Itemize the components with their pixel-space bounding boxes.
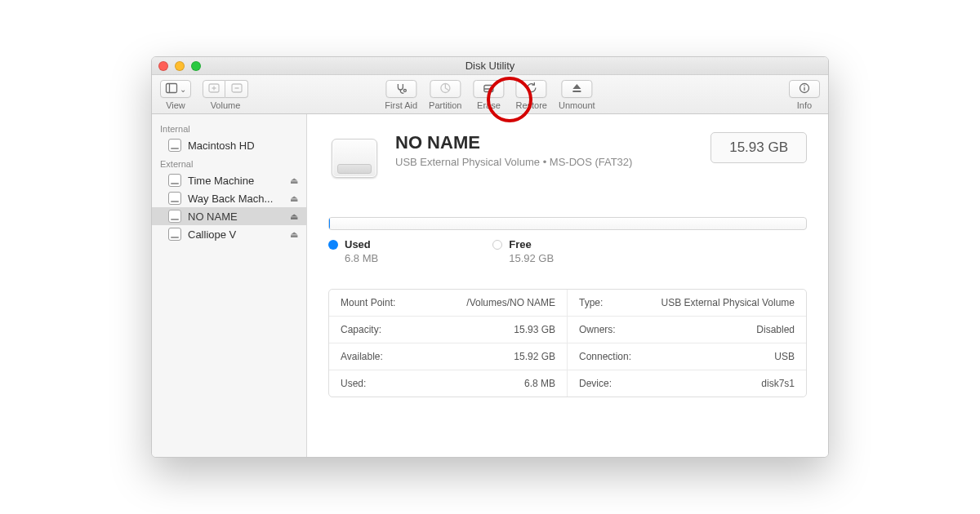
used-label: Used <box>345 238 371 250</box>
volume-label: Volume <box>211 100 241 110</box>
erase-button[interactable] <box>473 80 504 98</box>
restore-button[interactable] <box>516 80 547 98</box>
restore-label: Restore <box>515 100 547 110</box>
info-label: Info <box>797 100 812 110</box>
info-button[interactable] <box>789 80 820 98</box>
close-button[interactable] <box>158 61 168 71</box>
svg-point-7 <box>403 89 406 91</box>
sidebar-item-label: Macintosh HD <box>188 140 255 152</box>
svg-point-11 <box>491 90 492 91</box>
minimize-button[interactable] <box>175 61 185 71</box>
eject-icon[interactable]: ⏏ <box>290 193 298 204</box>
eject-icon[interactable]: ⏏ <box>290 211 298 222</box>
window-body: Internal Macintosh HD External Time Mach… <box>152 114 828 457</box>
svg-point-15 <box>804 85 805 86</box>
free-swatch <box>492 240 502 250</box>
remove-volume-button[interactable] <box>225 80 248 98</box>
prop-connection: Connection:USB <box>568 343 806 370</box>
toolbar: ⌄ View Volume <box>152 75 828 114</box>
usage-legend: Used 6.8 MB Free 15.92 GB <box>328 238 807 264</box>
info-icon <box>798 82 811 97</box>
sidebar-item-way-back[interactable]: Way Back Mach... ⏏ <box>152 189 306 207</box>
traffic-lights <box>158 61 201 71</box>
properties-table: Mount Point:/Volumes/NO NAME Type:USB Ex… <box>328 289 807 397</box>
volume-size-badge: 15.93 GB <box>710 132 807 163</box>
titlebar: Disk Utility <box>152 57 828 75</box>
disk-icon <box>168 139 181 152</box>
eject-icon[interactable]: ⏏ <box>290 229 298 240</box>
stethoscope-icon <box>394 82 408 97</box>
usage-used-fill <box>329 218 330 229</box>
first-aid-button[interactable] <box>385 80 416 98</box>
prop-device: Device:disk7s1 <box>568 370 806 397</box>
eject-icon <box>570 82 583 97</box>
sidebar-item-label: Way Back Mach... <box>188 193 273 205</box>
volume-header: NO NAME USB External Physical Volume • M… <box>328 132 807 184</box>
usage-bar <box>328 217 807 230</box>
volume-icon <box>328 132 381 184</box>
window-title: Disk Utility <box>152 60 828 72</box>
sidebar-heading-external: External <box>152 154 306 171</box>
eject-icon[interactable]: ⏏ <box>290 175 298 186</box>
erase-label: Erase <box>477 100 501 110</box>
partition-label: Partition <box>429 100 461 110</box>
disk-icon <box>168 174 181 187</box>
first-aid-label: First Aid <box>385 100 417 110</box>
sidebar-item-label: NO NAME <box>188 210 238 223</box>
sidebar-item-label: Time Machine <box>188 175 254 187</box>
prop-type: Type:USB External Physical Volume <box>568 290 806 317</box>
prop-mount-point: Mount Point:/Volumes/NO NAME <box>329 290 568 317</box>
add-volume-button[interactable] <box>203 80 225 98</box>
free-value: 15.92 GB <box>509 252 554 264</box>
minus-volume-icon <box>230 82 243 97</box>
prop-available: Available:15.92 GB <box>329 343 568 370</box>
restore-icon <box>525 82 538 97</box>
prop-owners: Owners:Disabled <box>568 317 806 343</box>
sidebar-item-label: Calliope V <box>188 228 236 241</box>
disk-utility-window: Disk Utility ⌄ View Volu <box>151 56 829 458</box>
disk-icon <box>168 192 181 205</box>
svg-rect-0 <box>167 83 177 92</box>
sidebar-item-macintosh-hd[interactable]: Macintosh HD <box>152 136 306 154</box>
partition-button[interactable] <box>430 80 461 98</box>
sidebar-item-calliope[interactable]: Calliope V ⏏ <box>152 225 306 243</box>
main-panel: NO NAME USB External Physical Volume • M… <box>307 114 828 457</box>
sidebar-icon <box>165 82 178 97</box>
prop-capacity: Capacity:15.93 GB <box>329 317 568 343</box>
unmount-button[interactable] <box>561 80 592 98</box>
sidebar: Internal Macintosh HD External Time Mach… <box>152 114 307 457</box>
pie-icon <box>439 82 452 97</box>
sidebar-item-time-machine[interactable]: Time Machine ⏏ <box>152 171 306 189</box>
svg-rect-12 <box>572 91 581 92</box>
sidebar-item-no-name[interactable]: NO NAME ⏏ <box>152 207 306 225</box>
sidebar-heading-internal: Internal <box>152 119 306 136</box>
view-button[interactable]: ⌄ <box>160 80 191 98</box>
prop-used: Used:6.8 MB <box>329 370 568 397</box>
free-label: Free <box>509 238 531 250</box>
view-label: View <box>166 100 185 110</box>
used-swatch <box>328 240 338 250</box>
used-value: 6.8 MB <box>345 252 378 264</box>
unmount-label: Unmount <box>559 100 595 110</box>
chevron-down-icon: ⌄ <box>180 85 186 94</box>
erase-icon <box>482 82 495 97</box>
zoom-button[interactable] <box>191 61 201 71</box>
volume-name: NO NAME <box>395 132 696 153</box>
disk-icon <box>168 228 181 241</box>
disk-icon <box>168 210 181 223</box>
plus-volume-icon <box>207 82 220 97</box>
volume-buttons <box>203 80 248 98</box>
volume-subtitle: USB External Physical Volume • MS-DOS (F… <box>395 156 696 168</box>
